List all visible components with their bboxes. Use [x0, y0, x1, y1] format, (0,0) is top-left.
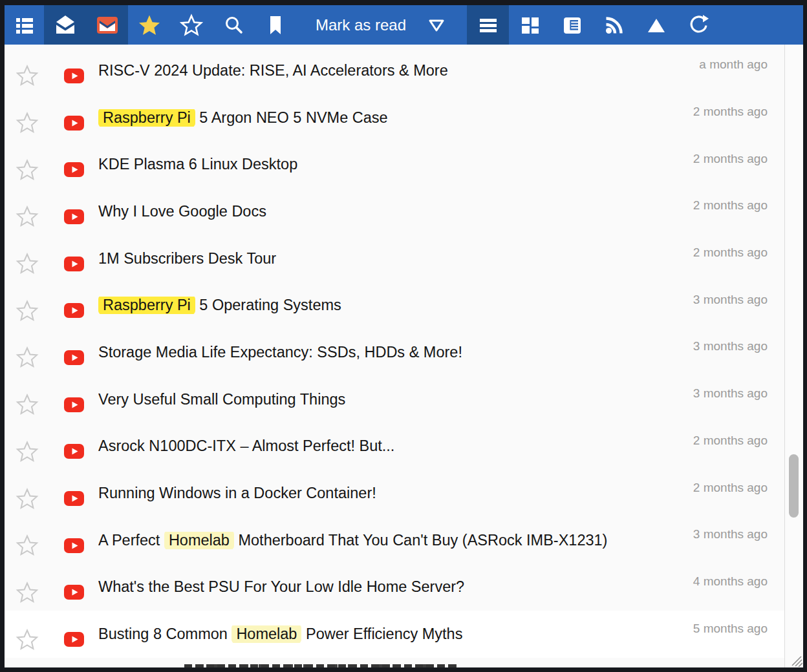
item-timestamp: 2 months ago	[693, 434, 768, 448]
list-item[interactable]: 1M Subscribers Desk Tour 2 months ago	[5, 235, 784, 282]
scrollbar-track[interactable]	[784, 45, 803, 667]
item-title: KDE Plasma 6 Linux Desktop	[98, 156, 693, 173]
bookmark-button[interactable]	[254, 5, 296, 45]
highlighted-term: Raspberry Pi	[98, 109, 195, 127]
show-unread-button[interactable]	[86, 5, 128, 45]
article-view-button[interactable]	[551, 5, 593, 45]
item-title: What's the Best PSU For Your Low Idle Ho…	[98, 578, 693, 596]
unstarred-filter-button[interactable]	[170, 5, 212, 45]
star-icon[interactable]	[16, 346, 39, 369]
title-text: 1M Subscribers Desk Tour	[98, 250, 276, 267]
youtube-icon	[64, 68, 84, 83]
list-item[interactable]: Storage Media Life Expectancy: SSDs, HDD…	[5, 329, 784, 376]
youtube-icon	[64, 397, 84, 412]
item-title: RISC-V 2024 Update: RISE, AI Accelerator…	[98, 62, 699, 79]
item-title: Raspberry Pi 5 Argon NEO 5 NVMe Case	[98, 109, 693, 127]
list-item[interactable]: A Perfect Homelab Motherboard That You C…	[5, 517, 784, 564]
item-timestamp: 2 months ago	[693, 198, 768, 213]
list-item[interactable]: KDE Plasma 6 Linux Desktop 2 months ago	[5, 141, 784, 188]
title-text: RISC-V 2024 Update: RISE, AI Accelerator…	[98, 62, 448, 79]
title-text: Running Windows in a Docker Container!	[98, 485, 376, 501]
list-item[interactable]: RISC-V 2024 Update: RISE, AI Accelerator…	[5, 47, 784, 94]
star-icon[interactable]	[16, 299, 39, 322]
highlighted-term: Homelab	[231, 625, 301, 643]
title-text: A Perfect	[98, 532, 164, 549]
triangle-up-icon	[645, 14, 667, 36]
item-timestamp: a month ago	[699, 58, 768, 72]
list-item[interactable]: Why I Love Google Docs 2 months ago	[5, 188, 784, 235]
star-icon[interactable]	[16, 393, 39, 416]
star-icon[interactable]	[16, 252, 39, 275]
show-read-button[interactable]	[44, 5, 86, 45]
youtube-icon	[64, 632, 84, 647]
rss-button[interactable]	[593, 5, 635, 45]
star-icon[interactable]	[16, 581, 39, 604]
item-timestamp: 3 months ago	[693, 339, 768, 353]
star-icon[interactable]	[16, 111, 39, 134]
title-text: Busting 8 Common	[98, 625, 231, 642]
mark-as-read-button[interactable]: Mark as read	[296, 5, 467, 45]
item-timestamp: 2 months ago	[693, 105, 768, 119]
title-text: KDE Plasma 6 Linux Desktop	[98, 156, 297, 173]
starred-filter-button[interactable]	[128, 5, 170, 45]
star-icon[interactable]	[16, 64, 39, 87]
resize-grip-icon[interactable]	[784, 649, 802, 667]
list-item[interactable]: Raspberry Pi 5 Argon NEO 5 NVMe Case 2 m…	[5, 94, 784, 142]
mark-as-read-label: Mark as read	[316, 16, 406, 34]
item-timestamp: 2 months ago	[693, 246, 768, 260]
youtube-icon	[64, 538, 84, 553]
title-text: Motherboard That You Can't Buy (ASRock I…	[234, 532, 608, 549]
item-title: Running Windows in a Docker Container!	[98, 485, 693, 502]
highlighted-term: Raspberry Pi	[98, 297, 195, 314]
title-text: Asrock N100DC-ITX – Almost Perfect! But.…	[98, 437, 394, 454]
star-icon[interactable]	[16, 487, 39, 510]
search-button[interactable]	[212, 5, 254, 45]
toolbar: Mark as read	[5, 5, 803, 45]
item-title: Very Useful Small Computing Things	[98, 391, 693, 408]
item-title: Storage Media Life Expectancy: SSDs, HDD…	[98, 344, 693, 361]
list-item[interactable]: Very Useful Small Computing Things 3 mon…	[5, 376, 784, 423]
item-title: 1M Subscribers Desk Tour	[98, 250, 693, 268]
hamburger-menu-icon	[477, 14, 499, 36]
list-item[interactable]: What's the Best PSU For Your Low Idle Ho…	[5, 564, 784, 611]
mail-filter-segment	[44, 5, 128, 45]
menu-segment	[467, 5, 509, 45]
refresh-button[interactable]	[677, 5, 719, 45]
title-text: 5 Argon NEO 5 NVMe Case	[195, 109, 388, 126]
star-icon[interactable]	[16, 205, 39, 228]
list-item[interactable]: Busting 8 Common Homelab Power Efficienc…	[5, 611, 784, 658]
star-icon[interactable]	[16, 158, 39, 182]
mail-open-icon	[54, 14, 76, 36]
toolbar-spacer	[719, 5, 803, 45]
item-timestamp: 3 months ago	[693, 386, 768, 401]
title-text: Power Efficiency Myths	[301, 625, 462, 642]
youtube-icon	[64, 303, 84, 318]
list-item[interactable]: Raspberry Pi 5 Operating Systems 3 month…	[5, 282, 784, 329]
hamburger-menu-button[interactable]	[467, 5, 509, 45]
item-title: A Perfect Homelab Motherboard That You C…	[98, 532, 693, 549]
search-icon	[222, 14, 244, 36]
dashboard-layout-button[interactable]	[509, 5, 551, 45]
dashboard-layout-icon	[519, 14, 541, 36]
star-icon[interactable]	[16, 628, 39, 651]
list-icon	[14, 14, 36, 36]
scroll-top-button[interactable]	[635, 5, 677, 45]
youtube-icon	[64, 162, 84, 177]
refresh-icon	[687, 14, 709, 36]
list-item[interactable]: Asrock N100DC-ITX – Almost Perfect! But.…	[5, 423, 784, 470]
youtube-icon	[64, 116, 84, 131]
scrollbar-thumb[interactable]	[789, 454, 799, 518]
partial-next-row	[184, 664, 459, 667]
highlighted-term: Homelab	[164, 532, 234, 549]
star-icon[interactable]	[16, 534, 39, 557]
bookmark-icon	[264, 14, 286, 36]
youtube-icon	[64, 491, 84, 506]
item-title: Asrock N100DC-ITX – Almost Perfect! But.…	[98, 437, 693, 455]
item-title: Why I Love Google Docs	[98, 203, 693, 220]
list-item[interactable]: Running Windows in a Docker Container! 2…	[5, 470, 784, 517]
item-timestamp: 4 months ago	[693, 574, 768, 589]
star-icon[interactable]	[16, 440, 39, 463]
list-view-button[interactable]	[5, 5, 44, 45]
title-text: Very Useful Small Computing Things	[98, 391, 345, 408]
title-text: Why I Love Google Docs	[98, 203, 266, 220]
